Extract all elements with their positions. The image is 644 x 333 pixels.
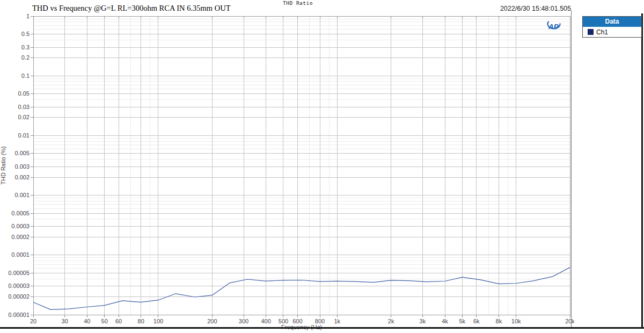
data-legend-panel: Data Ch1 bbox=[582, 16, 642, 38]
svg-text:0.05: 0.05 bbox=[18, 90, 30, 97]
svg-text:0.00005: 0.00005 bbox=[8, 270, 30, 276]
svg-text:3k: 3k bbox=[420, 318, 426, 324]
window-border-right bbox=[641, 13, 643, 329]
svg-text:8k: 8k bbox=[496, 318, 502, 324]
measurement-timestamp: 2022/6/30 15:48:01.505 bbox=[500, 5, 571, 12]
svg-text:20k: 20k bbox=[565, 318, 574, 324]
svg-text:0.0003: 0.0003 bbox=[11, 223, 30, 229]
svg-text:0.002: 0.002 bbox=[14, 174, 30, 180]
svg-text:6k: 6k bbox=[473, 318, 480, 324]
svg-text:0.2: 0.2 bbox=[21, 54, 30, 61]
svg-text:1k: 1k bbox=[334, 318, 341, 324]
svg-text:10k: 10k bbox=[511, 318, 521, 324]
svg-text:0.01: 0.01 bbox=[18, 132, 30, 139]
svg-text:1: 1 bbox=[26, 13, 30, 19]
graph-panel-divider bbox=[571, 10, 572, 327]
svg-text:300: 300 bbox=[239, 318, 248, 324]
legend-panel-header[interactable]: Data bbox=[583, 17, 641, 27]
svg-text:80: 80 bbox=[138, 318, 144, 324]
svg-text:0.02: 0.02 bbox=[18, 114, 30, 120]
graph-title: THD vs Frequency @G=L RL=300ohm RCA IN 6… bbox=[32, 4, 231, 13]
ch1-label: Ch1 bbox=[596, 28, 608, 36]
svg-text:20: 20 bbox=[30, 318, 36, 324]
svg-text:0.00003: 0.00003 bbox=[8, 283, 30, 289]
svg-text:60: 60 bbox=[115, 318, 122, 324]
svg-text:0.0005: 0.0005 bbox=[11, 210, 30, 216]
svg-text:40: 40 bbox=[84, 318, 90, 324]
svg-text:100: 100 bbox=[153, 318, 163, 324]
svg-text:400: 400 bbox=[261, 318, 270, 324]
svg-text:4k: 4k bbox=[442, 318, 448, 324]
svg-text:0.00001: 0.00001 bbox=[8, 312, 30, 318]
ch1-color-swatch bbox=[588, 29, 594, 35]
svg-text:0.001: 0.001 bbox=[14, 192, 30, 198]
window-title: THD Ratio bbox=[247, 0, 349, 6]
svg-text:0.0001: 0.0001 bbox=[11, 251, 30, 258]
window-border-bottom bbox=[0, 327, 644, 329]
svg-text:5k: 5k bbox=[459, 318, 466, 324]
svg-text:0.1: 0.1 bbox=[21, 73, 30, 79]
series-ch1 bbox=[33, 267, 570, 310]
svg-text:0.3: 0.3 bbox=[21, 44, 30, 50]
svg-text:2k: 2k bbox=[388, 318, 394, 324]
svg-text:30: 30 bbox=[62, 318, 68, 324]
thd-vs-frequency-chart: 2030405060801002003004005006008001k2k3k4… bbox=[0, 0, 574, 331]
legend-item-ch1[interactable]: Ch1 bbox=[583, 27, 641, 37]
svg-text:0.003: 0.003 bbox=[14, 163, 30, 170]
svg-text:0.5: 0.5 bbox=[21, 31, 30, 37]
y-axis-title: THD Ratio (%) bbox=[0, 146, 6, 185]
svg-text:0.0002: 0.0002 bbox=[11, 234, 30, 240]
svg-text:200: 200 bbox=[207, 318, 217, 324]
svg-text:0.005: 0.005 bbox=[14, 150, 30, 156]
svg-text:0.00002: 0.00002 bbox=[8, 293, 30, 300]
svg-text:50: 50 bbox=[101, 318, 108, 324]
svg-text:0.03: 0.03 bbox=[18, 104, 30, 110]
ap-logo-icon: AP bbox=[544, 19, 564, 35]
